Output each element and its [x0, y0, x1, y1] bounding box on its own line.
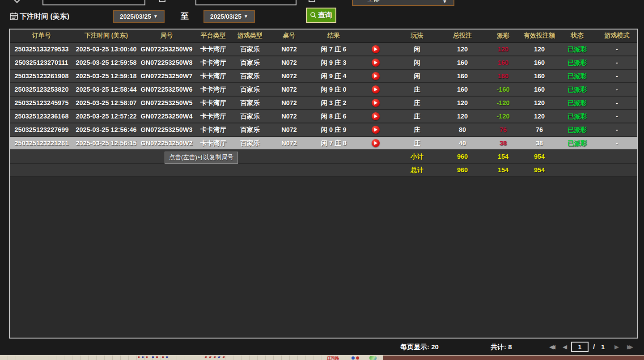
cell-round[interactable]: GN072253250W2	[139, 140, 194, 147]
cell-mode: -	[597, 46, 637, 53]
next-page-button[interactable]: ▶	[614, 343, 619, 350]
cell-payout: -120	[485, 99, 521, 106]
play-icon	[374, 114, 377, 118]
cell-result: 闲 9 庄 4	[311, 72, 356, 80]
cell-round[interactable]: GN072253250W4	[139, 113, 194, 120]
cell-order: 250325123236168	[10, 113, 73, 120]
cell-play: 庄	[394, 112, 440, 121]
table-row[interactable]: 2503251332795332025-03-25 13:00:40GN0722…	[10, 43, 637, 56]
copy-round-tooltip: 点击(左击)可以复制局号	[165, 152, 238, 164]
replay-button[interactable]	[372, 72, 380, 80]
replay-cell	[356, 45, 394, 53]
cell-total: 120	[440, 113, 485, 120]
status-dropdown[interactable]: 全部 ▼	[352, 0, 454, 6]
betting-table: 订单号下注时间 (美东)局号平台类型游戏类型桌号结果玩法总投注派彩有效投注额状态…	[9, 29, 638, 339]
cell-total: 120	[440, 99, 485, 106]
table-row[interactable]: 2503251232212612025-03-25 12:56:15GN0722…	[10, 137, 637, 150]
page-input[interactable]	[571, 342, 589, 352]
cell-valid: 76	[521, 126, 558, 133]
cell-play: 庄	[394, 99, 440, 107]
cell-valid: 160	[521, 59, 558, 66]
header-cell-8: 玩法	[394, 32, 440, 40]
cell-table_no: N072	[267, 99, 311, 106]
cell-status: 已派彩	[558, 126, 597, 134]
cell-total: 160	[440, 59, 485, 66]
cell-payout: 120	[485, 46, 521, 53]
first-page-button[interactable]: ◀◀	[549, 343, 555, 350]
grand-total-row: 总计960154954	[10, 164, 637, 177]
last-page-button[interactable]: ▶▶	[627, 343, 633, 350]
cell-play: 闲	[394, 59, 440, 67]
cell-order: 250325123245975	[10, 99, 73, 106]
replay-cell	[356, 99, 394, 107]
replay-button[interactable]	[372, 112, 380, 120]
replay-button[interactable]	[372, 85, 380, 93]
cell-order: 250325133279533	[10, 46, 73, 53]
header-cell-13: 游戏模式	[597, 32, 637, 40]
table-row[interactable]: 2503251232701112025-03-25 12:59:58GN0722…	[10, 56, 637, 70]
cell-round[interactable]: GN072253250W6	[139, 86, 194, 93]
subtotal-row-label: 小计	[394, 152, 440, 161]
cell-game: 百家乐	[233, 59, 267, 67]
background-window-strip: 庄问路	[0, 355, 644, 360]
cell-result: 闲 7 庄 6	[311, 45, 356, 54]
cell-total: 80	[440, 126, 485, 133]
cell-payout: -160	[485, 86, 521, 93]
cell-play: 庄	[394, 139, 440, 148]
cell-mode: -	[597, 99, 637, 106]
background-game-icon	[369, 356, 377, 360]
cell-platform: 卡卡湾厅	[194, 126, 233, 134]
prev-page-button[interactable]: ◀	[563, 343, 567, 350]
replay-button[interactable]	[372, 45, 380, 53]
replay-button[interactable]	[372, 59, 380, 67]
cell-result: 闲 0 庄 9	[311, 126, 356, 134]
table-row[interactable]: 2503251232361682025-03-25 12:57:22GN0722…	[10, 110, 637, 123]
grand-total-row-label: 总计	[394, 166, 440, 174]
grand-total-row-valid: 954	[521, 166, 558, 174]
replay-cell	[356, 126, 394, 134]
replay-button[interactable]	[372, 126, 380, 134]
grand-total-row-total: 960	[440, 166, 485, 174]
play-icon	[374, 74, 377, 78]
cell-mode: -	[597, 59, 637, 66]
date-from-select[interactable]: 2025/03/25▼	[113, 10, 165, 23]
table-header-row: 订单号下注时间 (美东)局号平台类型游戏类型桌号结果玩法总投注派彩有效投注额状态…	[10, 30, 637, 43]
chevron-down-icon: ▼	[153, 14, 158, 19]
header-cell-12: 状态	[558, 32, 597, 40]
user-id-input[interactable]	[42, 0, 145, 5]
cell-round[interactable]: GN072253250W3	[139, 126, 194, 133]
cell-status: 已派彩	[558, 99, 597, 107]
cell-table_no: N072	[267, 140, 311, 147]
header-cell-4: 游戏类型	[233, 32, 267, 40]
cell-time: 2025-03-25 12:58:44	[73, 86, 139, 93]
cell-round[interactable]: GN072253250W5	[139, 99, 194, 106]
table-row[interactable]: 2503251232619082025-03-25 12:59:18GN0722…	[10, 70, 637, 83]
cell-play: 庄	[394, 126, 440, 134]
query-button[interactable]: 查询	[306, 8, 336, 23]
date-to-value: 2025/03/25	[210, 13, 242, 20]
date-to-select[interactable]: 2025/03/25▼	[203, 10, 255, 23]
order-no-input[interactable]	[195, 0, 297, 5]
play-icon	[374, 88, 377, 91]
cell-round[interactable]: GN072253250W8	[139, 59, 194, 66]
table-row[interactable]: 2503251232459752025-03-25 12:58:07GN0722…	[10, 97, 637, 110]
cell-total: 40	[440, 140, 485, 147]
cell-status: 已派彩	[558, 59, 597, 67]
cell-round[interactable]: GN072253250W9	[139, 46, 194, 53]
filter-icon	[13, 0, 21, 3]
table-body: 2503251332795332025-03-25 13:00:40GN0722…	[10, 43, 637, 177]
per-page-label: 每页显示: 20	[400, 343, 439, 352]
cell-status: 已派彩	[558, 45, 597, 54]
header-cell-6: 结果	[311, 32, 356, 40]
replay-button[interactable]	[372, 99, 380, 107]
cell-round[interactable]: GN072253250W7	[139, 72, 194, 80]
cell-payout: 160	[485, 72, 521, 80]
field-icon	[159, 0, 165, 2]
grand-total-row-payout: 154	[485, 166, 521, 174]
cell-time: 2025-03-25 12:59:18	[73, 72, 139, 80]
table-row[interactable]: 2503251232538202025-03-25 12:58:44GN0722…	[10, 83, 637, 97]
replay-button[interactable]	[372, 139, 380, 147]
play-icon	[374, 128, 377, 131]
table-row[interactable]: 2503251232276992025-03-25 12:56:46GN0722…	[10, 123, 637, 137]
cell-status: 已派彩	[558, 139, 597, 148]
